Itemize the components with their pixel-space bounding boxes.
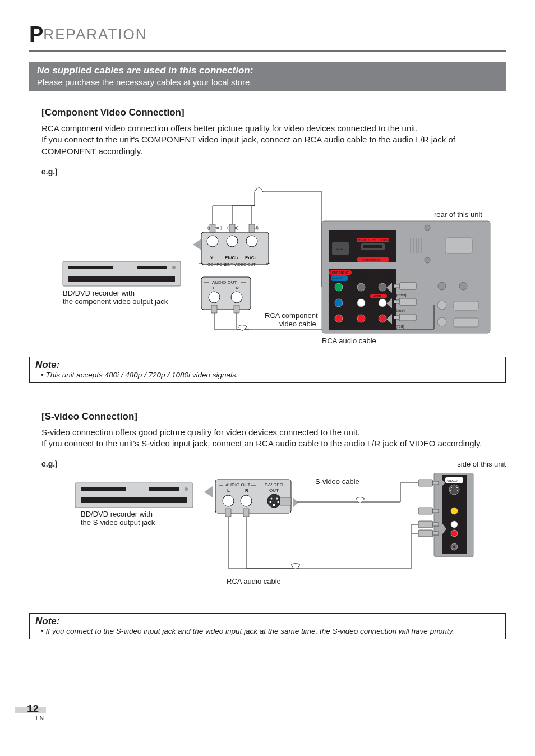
svg-rect-85 (149, 487, 179, 491)
rca-video-label2: video cable (279, 320, 316, 328)
svg-marker-89 (204, 486, 213, 497)
svg-rect-67 (399, 314, 416, 321)
panel-al2: L (376, 301, 379, 305)
svg-point-59 (357, 315, 365, 322)
svg-point-72 (438, 282, 446, 290)
svg-point-15 (231, 292, 242, 303)
panel2-r: R (445, 532, 448, 535)
section2-body: S-video connection offers good picture q… (41, 427, 506, 450)
svg-text:AUDIO: AUDIO (379, 274, 389, 278)
svg-rect-101 (273, 504, 275, 506)
audio-out-label: AUDIO OUT (212, 280, 237, 285)
panel-y: Y (331, 285, 334, 289)
svg-point-98 (276, 498, 278, 500)
note1-body: This unit accepts 480i / 480p / 720p / 1… (35, 371, 500, 379)
svg-point-60 (379, 315, 386, 322)
svg-point-97 (271, 498, 273, 500)
panel-component: COMPONENT (330, 271, 349, 274)
rear-label: rear of this unit (434, 210, 482, 219)
side-label: side of this unit (457, 460, 506, 468)
diagram-svideo: ▶ 5 6 : 3 8 2 4 BD/DVD recorder with the… (41, 473, 506, 596)
svg-point-51 (335, 283, 343, 291)
svg-rect-26 (137, 266, 167, 269)
note-box-1: Note: This unit accepts 480i / 480p / 72… (29, 357, 506, 383)
panel-recommended: Recommended (361, 258, 380, 261)
svg-rect-63 (399, 283, 416, 289)
source-label-2: the component video output jack (63, 297, 168, 306)
chapter-dropcap: P (29, 22, 44, 46)
panel-pcin: PC IN (337, 233, 348, 237)
svg-point-120 (456, 487, 458, 488)
svg-point-99 (270, 501, 271, 503)
panel2-l: L (445, 522, 448, 525)
svg-text:← AUDI: ← AUDI (375, 309, 386, 312)
svg-rect-77 (454, 318, 478, 327)
svg-rect-129 (433, 481, 439, 485)
section1-eg: e.g.) (41, 167, 506, 176)
panel-pb: Pb (329, 301, 334, 305)
panel-rgb: RGB (336, 247, 344, 251)
source2-label-1: BD/DVD recorder with (81, 510, 153, 518)
svg-point-121 (450, 490, 451, 491)
svg-rect-68 (394, 316, 399, 319)
svg-text:R: R (376, 317, 379, 321)
svg-point-9 (227, 236, 238, 247)
diagram-component: rear of this unit (green) (blue) (red) (41, 181, 506, 349)
svg-rect-84 (81, 487, 126, 491)
source2-label-2: the S-video output jack (81, 518, 155, 527)
source-label-1: BD/DVD recorder with (63, 289, 135, 297)
svg-text:▶  5 6 : 3 8 2 4: ▶ 5 6 : 3 8 2 4 (120, 499, 145, 503)
note1-title: Note: (35, 359, 500, 371)
svg-text:OUT: OUT (269, 488, 279, 493)
svg-point-122 (457, 490, 458, 491)
page-number: 12 (27, 703, 58, 715)
svg-point-127 (453, 546, 455, 548)
svg-text:(COAXIAL): (COAXIAL) (353, 278, 370, 281)
component-out-label: COMPONENT VIDEO OUT (207, 262, 256, 266)
note-box-2: Note: If you connect to the S-video inpu… (29, 613, 506, 639)
note2-body: If you connect to the S-video input jack… (35, 627, 500, 635)
note2-title: Note: (35, 616, 500, 627)
svg-rect-75 (454, 301, 478, 310)
svg-point-118 (449, 485, 459, 495)
svg-rect-25 (68, 266, 113, 269)
svg-point-58 (335, 315, 343, 322)
svg-rect-134 (418, 530, 433, 537)
panel2-svideo: S-VIDEO (444, 496, 457, 499)
panel-al: L (354, 301, 357, 305)
panel-hdmi-sub: HDMI-DVI / HD Capable (358, 238, 389, 242)
callout-banner: No supplied cables are used in this conn… (29, 62, 506, 91)
svg-point-94 (241, 495, 252, 506)
panel2-headphone: HEADPHONE (442, 539, 459, 542)
svg-point-27 (172, 266, 176, 269)
panel-ar: R (354, 317, 357, 321)
chapter-header: PREPARATION (29, 22, 506, 52)
svg-point-93 (223, 495, 234, 506)
svg-rect-83 (75, 483, 193, 508)
svg-point-76 (437, 317, 446, 326)
svg-point-125 (451, 530, 458, 537)
audio2-out-label: AUDIO OUT (225, 482, 251, 487)
callout-line1: No supplied cables are used in this conn… (37, 65, 498, 76)
svg-rect-135 (433, 532, 439, 535)
section1-body: RCA component video connection offers be… (41, 123, 506, 157)
jack-color-blue: (blue) (395, 308, 405, 313)
svg-rect-130 (418, 508, 433, 514)
svg-point-32 (425, 257, 430, 263)
section-component-video: [Component Video Connection] RCA compone… (41, 107, 506, 383)
svg-point-8 (207, 236, 218, 247)
svg-point-53 (379, 283, 386, 291)
svg-point-52 (357, 283, 365, 291)
panel-hdmi1: HDMI 1 (365, 252, 378, 256)
svg-marker-102 (293, 497, 298, 508)
svg-point-31 (425, 225, 430, 231)
audio2-l: L (227, 488, 230, 493)
svideo-out-label: S-VIDEO (265, 482, 283, 487)
jack-color-green: (green) (394, 293, 407, 297)
svg-rect-133 (433, 523, 439, 526)
jack-pb: Pb/Cb (225, 255, 238, 260)
page-lang: EN (36, 715, 67, 721)
panel-hdmi-small: HDMI (373, 294, 381, 298)
svg-rect-65 (399, 298, 416, 305)
panel-hdmiin: HDMI IN (364, 233, 379, 237)
